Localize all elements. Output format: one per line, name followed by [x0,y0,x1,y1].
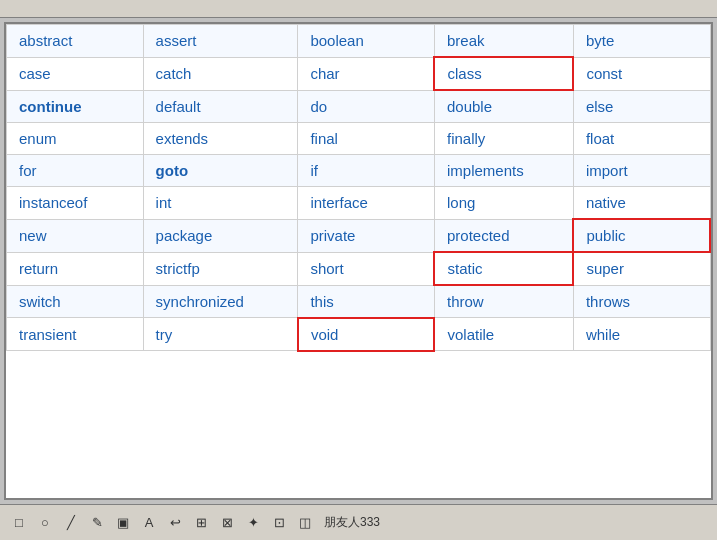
keyword-cell: instanceof [7,187,144,220]
keyword-cell: protected [434,219,573,252]
keyword-cell: switch [7,285,144,318]
text-tool-icon[interactable]: A [138,512,160,534]
star-icon[interactable]: ✦ [242,512,264,534]
keyword-cell: double [434,90,573,123]
keyword-cell: interface [298,187,435,220]
keyword-cell: this [298,285,435,318]
keyword-cell: char [298,57,435,90]
main-content: abstractassertbooleanbreakbytecasecatchc… [4,22,713,500]
keyword-cell: volatile [434,318,573,351]
circle-tool-icon[interactable]: ○ [34,512,56,534]
keyword-cell: package [143,219,298,252]
keyword-cell: public [573,219,710,252]
keyword-cell: transient [7,318,144,351]
select-tool-icon[interactable]: ▣ [112,512,134,534]
table-row: newpackageprivateprotectedpublic [7,219,711,252]
line-tool-icon[interactable]: ╱ [60,512,82,534]
keyword-cell: void [298,318,435,351]
keyword-cell: native [573,187,710,220]
keyword-cell: final [298,123,435,155]
keyword-cell: class [434,57,573,90]
table-row: returnstrictfpshortstaticsuper [7,252,711,285]
keyword-cell: abstract [7,25,144,58]
table-row: switchsynchronizedthisthrowthrows [7,285,711,318]
rect-tool-icon[interactable]: □ [8,512,30,534]
keyword-cell: long [434,187,573,220]
keyword-cell: return [7,252,144,285]
table-row: instanceofintinterfacelongnative [7,187,711,220]
keyword-cell: do [298,90,435,123]
title-bar [0,0,717,18]
keyword-cell: strictfp [143,252,298,285]
keyword-cell: static [434,252,573,285]
keyword-cell: catch [143,57,298,90]
keyword-cell: int [143,187,298,220]
keyword-cell: assert [143,25,298,58]
undo-icon[interactable]: ↩ [164,512,186,534]
keyword-cell: implements [434,155,573,187]
pen-tool-icon[interactable]: ✎ [86,512,108,534]
keyword-cell: goto [143,155,298,187]
keyword-cell: boolean [298,25,435,58]
keyword-cell: private [298,219,435,252]
table-row: abstractassertbooleanbreakbyte [7,25,711,58]
keyword-cell: for [7,155,144,187]
bottom-toolbar: □ ○ ╱ ✎ ▣ A ↩ ⊞ ⊠ ✦ ⊡ ◫ 朋友人333 [0,504,717,540]
keyword-cell: finally [434,123,573,155]
table-row: enumextendsfinalfinallyfloat [7,123,711,155]
keyword-cell: case [7,57,144,90]
keyword-cell: try [143,318,298,351]
table-row: casecatchcharclassconst [7,57,711,90]
keyword-cell: default [143,90,298,123]
keywords-table: abstractassertbooleanbreakbytecasecatchc… [6,24,711,352]
keyword-cell: super [573,252,710,285]
keyword-cell: if [298,155,435,187]
keyword-cell: const [573,57,710,90]
keyword-cell: new [7,219,144,252]
keyword-cell: byte [573,25,710,58]
keyword-cell: extends [143,123,298,155]
table-row: continuedefaultdodoubleelse [7,90,711,123]
table-row: forgotoifimplementsimport [7,155,711,187]
keyword-cell: enum [7,123,144,155]
box-icon[interactable]: ⊡ [268,512,290,534]
keyword-cell: continue [7,90,144,123]
keyword-cell: throw [434,285,573,318]
keyword-cell: import [573,155,710,187]
keyword-cell: short [298,252,435,285]
grid1-icon[interactable]: ⊞ [190,512,212,534]
keyword-cell: while [573,318,710,351]
keyword-cell: throws [573,285,710,318]
table-row: transienttryvoidvolatilewhile [7,318,711,351]
keyword-cell: synchronized [143,285,298,318]
grid2-icon[interactable]: ⊠ [216,512,238,534]
keyword-cell: break [434,25,573,58]
keyword-cell: else [573,90,710,123]
user-label: 朋友人333 [324,514,380,531]
keyword-cell: float [573,123,710,155]
panel-icon[interactable]: ◫ [294,512,316,534]
